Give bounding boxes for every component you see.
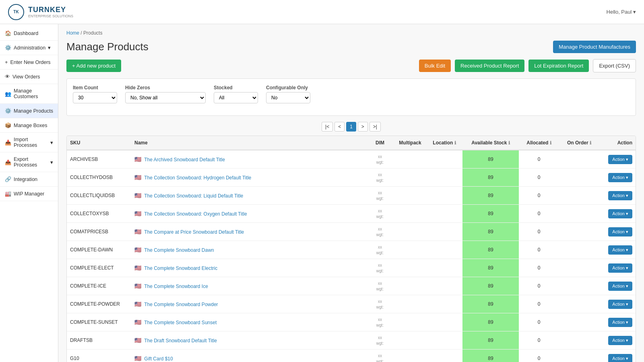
flag-icon: 🇺🇸: [134, 174, 141, 181]
manage-boxes-icon: 📦: [5, 122, 11, 128]
product-link[interactable]: The Complete Snowboard Dawn: [144, 247, 214, 253]
layout: 🏠 Dashboard ⚙️ Administration ▾ + Enter …: [0, 24, 644, 362]
pagination-first[interactable]: |<: [322, 122, 333, 132]
flag-icon: 🇺🇸: [134, 247, 141, 253]
available-info-icon[interactable]: ℹ: [508, 140, 510, 145]
sidebar-item-view-orders[interactable]: 👁 View Orders: [0, 70, 58, 84]
product-link[interactable]: The Archived Snowboard Default Title: [144, 157, 225, 162]
action-button[interactable]: Action: [608, 336, 632, 345]
pagination-last[interactable]: >|: [369, 122, 381, 132]
action-button[interactable]: Action: [608, 300, 632, 309]
sidebar-item-administration[interactable]: ⚙️ Administration ▾: [0, 41, 58, 55]
manage-manufacturers-button[interactable]: Manage Product Manufactures: [553, 41, 636, 53]
sidebar-item-dashboard[interactable]: 🏠 Dashboard: [0, 26, 58, 41]
received-report-button[interactable]: Received Product Report: [455, 60, 524, 72]
action-button[interactable]: Action: [608, 155, 632, 164]
configurable-select[interactable]: No Yes: [266, 92, 310, 103]
cell-multipack: [394, 150, 426, 169]
product-link[interactable]: The Collection Snowboard: Hydrogen Defau…: [144, 175, 251, 181]
cell-multipack: [394, 277, 426, 295]
logo-icon: TK: [8, 4, 24, 20]
action-button[interactable]: Action: [608, 354, 632, 362]
on-order-info-icon[interactable]: ℹ: [590, 140, 591, 145]
product-link[interactable]: The Complete Snowboard Sunset: [144, 320, 217, 325]
filters-row: Item Count 30 10 20 50 100 Hide Zeros No…: [73, 85, 630, 103]
cell-action: Action: [599, 295, 636, 313]
action-button[interactable]: Action: [608, 245, 632, 255]
cell-action: Action: [599, 331, 636, 350]
location-info-icon[interactable]: ℹ: [454, 140, 456, 145]
flag-icon: 🇺🇸: [134, 301, 141, 307]
product-link[interactable]: Gift Card $10: [144, 356, 173, 362]
allocated-info-icon[interactable]: ℹ: [550, 140, 551, 145]
cell-on-order: [559, 223, 599, 241]
integration-icon: 🔗: [5, 176, 11, 182]
sidebar-item-export-processes[interactable]: 📤 Export Processes ▾: [0, 152, 58, 172]
pagination-prev[interactable]: <: [334, 122, 345, 132]
cell-action: Action: [599, 187, 636, 205]
cell-on-order: [559, 331, 599, 350]
action-button[interactable]: Action: [608, 191, 632, 200]
sidebar-item-manage-customers[interactable]: 👥 Manage Customers: [0, 84, 58, 104]
product-link[interactable]: The Complete Snowboard Ice: [144, 284, 208, 289]
cell-action: Action: [599, 241, 636, 259]
pagination-next[interactable]: >: [358, 122, 368, 132]
table-row: ARCHIVESB 🇺🇸 The Archived Snowboard Defa…: [67, 150, 636, 169]
stocked-select[interactable]: All In Stock Out of Stock: [214, 92, 258, 103]
action-button[interactable]: Action: [608, 173, 632, 182]
action-button[interactable]: Action: [608, 209, 632, 218]
item-count-select[interactable]: 30 10 20 50 100: [73, 92, 117, 103]
cell-name: 🇺🇸 The Compare at Price Snowboard Defaul…: [131, 223, 366, 241]
cell-available: 89: [462, 223, 519, 241]
cell-dim: xxwgt:: [366, 295, 394, 313]
cell-available: 89: [462, 169, 519, 187]
lot-expiration-button[interactable]: Lot Expiration Report: [528, 60, 589, 72]
cell-location: [426, 277, 462, 295]
enter-orders-icon: +: [5, 59, 8, 65]
pagination-page1[interactable]: 1: [346, 122, 356, 132]
export-csv-button[interactable]: Export (CSV): [593, 59, 636, 72]
header-location: Location ℹ: [426, 136, 462, 150]
action-button[interactable]: Action: [608, 318, 632, 327]
cell-available: 89: [462, 259, 519, 277]
add-product-button[interactable]: + Add new product: [66, 60, 121, 72]
product-link[interactable]: The Complete Snowboard Powder: [144, 302, 218, 307]
cell-available: 89: [462, 277, 519, 295]
cell-dim: xxwgt:: [366, 313, 394, 331]
cell-allocated: 0: [519, 150, 559, 169]
cell-multipack: [394, 169, 426, 187]
flag-icon: 🇺🇸: [134, 283, 141, 289]
sidebar-item-import-processes[interactable]: 📥 Import Processes ▾: [0, 133, 58, 152]
table-row: COLLECTHYDOSB 🇺🇸 The Collection Snowboar…: [67, 169, 636, 187]
action-button[interactable]: Action: [608, 282, 632, 291]
product-link[interactable]: The Draft Snowboard Default Title: [144, 338, 217, 343]
product-link[interactable]: The Compare at Price Snowboard Default T…: [144, 229, 244, 235]
sidebar-item-wip-manager[interactable]: 🏭 WIP Manager: [0, 187, 58, 201]
product-link[interactable]: The Collection Snowboard: Oxygen Default…: [144, 211, 247, 217]
product-link[interactable]: The Collection Snowboard: Liquid Default…: [144, 193, 243, 199]
cell-action: Action: [599, 277, 636, 295]
sidebar-item-manage-products[interactable]: ⚙️ Manage Products: [0, 104, 58, 118]
sidebar-item-integration[interactable]: 🔗 Integration: [0, 172, 58, 187]
breadcrumb-home[interactable]: Home: [66, 30, 79, 36]
bulk-edit-button[interactable]: Bulk Edit: [419, 60, 451, 72]
cell-dim: xxwgt:: [366, 169, 394, 187]
table-row: COMPLETE-ICE 🇺🇸 The Complete Snowboard I…: [67, 277, 636, 295]
cell-action: Action: [599, 150, 636, 169]
hide-zeros-select[interactable]: No, Show all Yes, Hide Zeros: [125, 92, 206, 103]
header-name: Name: [131, 136, 366, 150]
cell-location: [426, 150, 462, 169]
sidebar-item-enter-new-orders[interactable]: + Enter New Orders: [0, 55, 58, 70]
cell-name: 🇺🇸 The Complete Snowboard Sunset: [131, 313, 366, 331]
header-available-stock: Available Stock ℹ: [462, 136, 519, 150]
product-link[interactable]: The Complete Snowboard Electric: [144, 265, 217, 271]
cell-available: 89: [462, 313, 519, 331]
cell-sku: COMPLETE-DAWN: [67, 241, 131, 259]
user-menu[interactable]: Hello, Paul ▾: [607, 9, 636, 15]
cell-sku: COLLECTOXYSB: [67, 205, 131, 223]
cell-name: 🇺🇸 The Archived Snowboard Default Title: [131, 150, 366, 169]
toolbar: + Add new product Bulk Edit Received Pro…: [66, 59, 636, 72]
action-button[interactable]: Action: [608, 263, 632, 273]
action-button[interactable]: Action: [608, 227, 632, 237]
sidebar-item-manage-boxes[interactable]: 📦 Manage Boxes: [0, 118, 58, 133]
